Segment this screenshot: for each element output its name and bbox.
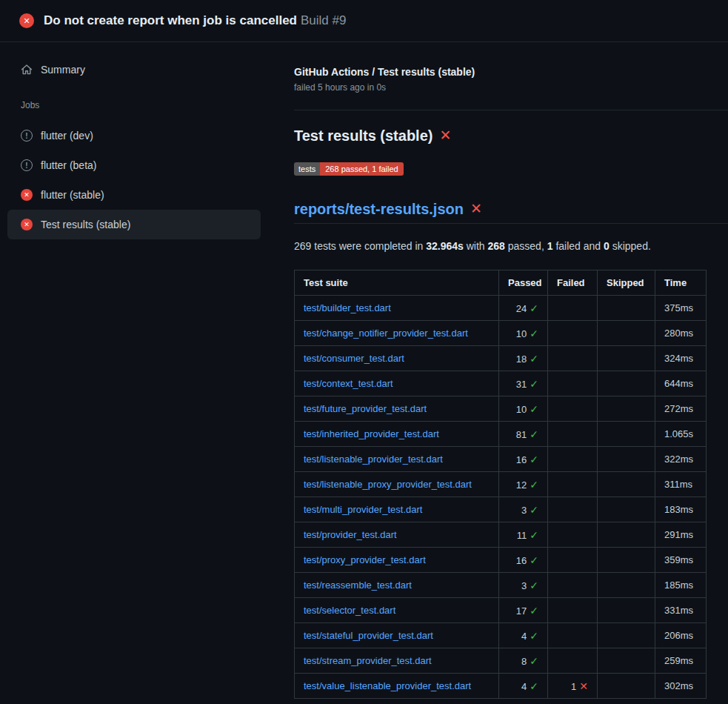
time-cell: 1.065s — [655, 422, 707, 447]
sidebar-item-flutter-stable[interactable]: ✕flutter (stable) — [7, 180, 261, 210]
sidebar-item-test-results-stable[interactable]: ✕Test results (stable) — [7, 210, 261, 239]
cell-value: 1 — [571, 681, 576, 692]
report-link[interactable]: reports/test-results.json — [294, 199, 464, 219]
test-suite-link[interactable]: test/stream_provider_test.dart — [304, 655, 432, 666]
test-suite-link[interactable]: test/selector_test.dart — [304, 605, 395, 616]
cell-value: 10 — [516, 404, 527, 415]
test-suite-link[interactable]: test/change_notifier_provider_test.dart — [304, 328, 468, 339]
suite-cell: test/stream_provider_test.dart — [295, 648, 499, 674]
jobs-heading: Jobs — [21, 100, 275, 110]
run-meta: failed 5 hours ago in 0s — [294, 82, 728, 93]
passed-cell: 3✓ — [499, 573, 548, 598]
time-cell: 324ms — [655, 346, 707, 371]
passed-cell: 12✓ — [499, 472, 548, 497]
cell-value: 12 — [516, 479, 527, 491]
test-suite-link[interactable]: test/value_listenable_provider_test.dart — [304, 680, 471, 691]
check-icon: ✓ — [530, 680, 538, 692]
time-cell: 206ms — [655, 623, 707, 648]
test-suite-link[interactable]: test/provider_test.dart — [304, 529, 397, 540]
skipped-cell — [598, 371, 655, 396]
cell-value: 259ms — [664, 655, 693, 666]
cell-value: 183ms — [664, 504, 693, 515]
failed-cell — [548, 548, 598, 573]
check-icon: ✓ — [530, 655, 538, 667]
cell-value: 280ms — [664, 328, 693, 339]
check-icon: ✓ — [530, 328, 538, 339]
test-suite-link[interactable]: test/inherited_provider_test.dart — [304, 428, 439, 439]
table-row: test/proxy_provider_test.dart16✓359ms — [295, 548, 707, 573]
skipped-cell — [598, 548, 655, 573]
check-icon: ✓ — [530, 504, 538, 516]
summary-failed-count: 1 — [547, 240, 553, 252]
skipped-cell — [598, 674, 655, 699]
section-title: Test results (stable) ✕ — [294, 125, 728, 146]
cell-value: 16 — [516, 555, 527, 566]
sidebar-item-summary[interactable]: Summary — [7, 56, 261, 84]
failed-x-icon: ✕ — [439, 125, 451, 146]
test-suite-link[interactable]: test/listenable_provider_test.dart — [304, 454, 443, 465]
passed-cell: 4✓ — [499, 623, 548, 648]
suite-cell: test/value_listenable_provider_test.dart — [295, 674, 499, 699]
skipped-cell — [598, 472, 655, 497]
skipped-cell — [598, 497, 655, 522]
test-suite-link[interactable]: test/future_provider_test.dart — [304, 403, 427, 414]
cell-value: 331ms — [664, 605, 693, 616]
cell-value: 17 — [516, 605, 527, 617]
test-table-body: test/builder_test.dart24✓375mstest/chang… — [295, 296, 707, 699]
cell-value: 375ms — [664, 302, 693, 313]
job-label: flutter (stable) — [41, 189, 104, 201]
failed-cell — [548, 396, 598, 422]
table-row: test/stateful_provider_test.dart4✓206ms — [295, 623, 707, 648]
passed-cell: 81✓ — [499, 422, 548, 447]
table-row: test/future_provider_test.dart10✓272ms — [295, 396, 707, 422]
report-title: reports/test-results.json ✕ — [294, 199, 728, 224]
table-row: test/value_listenable_provider_test.dart… — [295, 674, 707, 699]
failed-cell — [548, 522, 598, 548]
skipped-cell — [598, 522, 655, 548]
cell-value: 81 — [516, 429, 527, 440]
breadcrumb: GitHub Actions / Test results (stable) — [294, 64, 728, 79]
run-title-text: Do not create report when job is cancell… — [44, 13, 297, 27]
summary-label: Summary — [41, 64, 85, 76]
suite-cell: test/inherited_provider_test.dart — [295, 422, 499, 447]
layout: Summary Jobs !flutter (dev)!flutter (bet… — [0, 42, 728, 703]
passed-cell: 17✓ — [499, 598, 548, 623]
cell-value: 3 — [521, 505, 527, 516]
cell-value: 10 — [516, 328, 527, 339]
passed-cell: 18✓ — [499, 346, 548, 371]
suite-cell: test/context_test.dart — [295, 371, 499, 396]
time-cell: 259ms — [655, 648, 707, 674]
test-suite-link[interactable]: test/context_test.dart — [304, 378, 393, 389]
x-icon: ✕ — [23, 17, 30, 25]
run-header: ✕ Do not create report when job is cance… — [0, 0, 728, 42]
failed-cell: 1✕ — [548, 674, 598, 699]
suite-cell: test/future_provider_test.dart — [295, 396, 499, 422]
table-header-row: Test suite Passed Failed Skipped Time — [295, 270, 707, 296]
test-suite-link[interactable]: test/listenable_proxy_provider_test.dart — [304, 479, 472, 490]
skipped-cell — [598, 648, 655, 674]
test-suite-link[interactable]: test/proxy_provider_test.dart — [304, 554, 426, 565]
skipped-cell — [598, 598, 655, 623]
time-cell: 302ms — [655, 674, 707, 699]
skipped-cell — [598, 321, 655, 346]
cell-value: 24 — [516, 303, 527, 314]
test-suite-link[interactable]: test/reassemble_test.dart — [304, 580, 412, 591]
time-cell: 185ms — [655, 573, 707, 598]
sidebar-item-flutter-dev[interactable]: !flutter (dev) — [7, 121, 261, 150]
check-icon: ✓ — [530, 580, 538, 591]
check-icon: ✓ — [530, 529, 538, 541]
sidebar-item-flutter-beta[interactable]: !flutter (beta) — [7, 150, 261, 180]
check-icon: ✓ — [530, 403, 538, 415]
test-suite-link[interactable]: test/multi_provider_test.dart — [304, 504, 422, 515]
test-suite-link[interactable]: test/consumer_test.dart — [304, 353, 404, 364]
test-suite-link[interactable]: test/builder_test.dart — [304, 302, 391, 313]
suite-cell: test/consumer_test.dart — [295, 346, 499, 371]
cell-value: 302ms — [664, 680, 693, 691]
suite-cell: test/provider_test.dart — [295, 522, 499, 548]
failed-cell — [548, 472, 598, 497]
summary-text: 269 tests were completed in — [294, 240, 426, 252]
time-cell: 272ms — [655, 396, 707, 422]
test-suite-link[interactable]: test/stateful_provider_test.dart — [304, 630, 433, 641]
results-table: Test suite Passed Failed Skipped Time te… — [294, 270, 707, 699]
failed-cell — [548, 371, 598, 396]
